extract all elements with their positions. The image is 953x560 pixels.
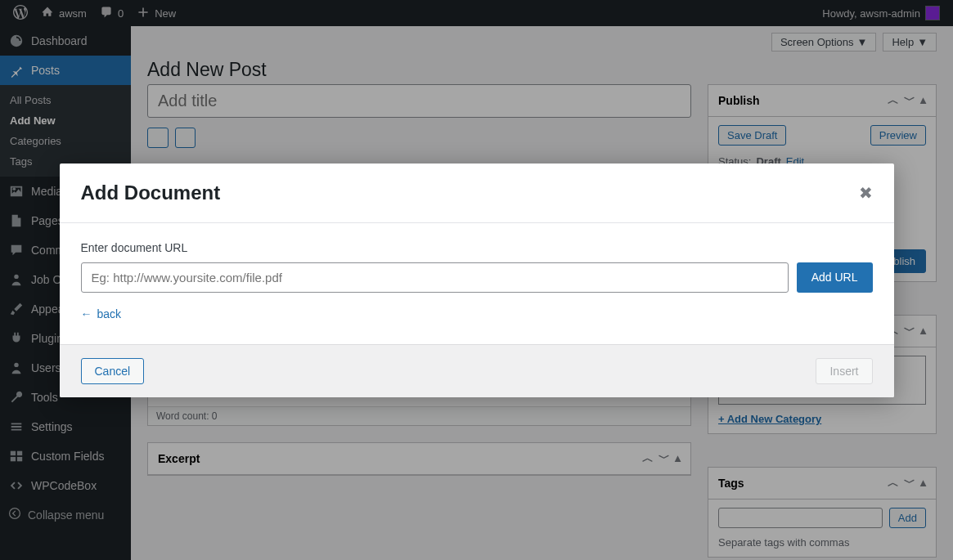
modal-title: Add Document (81, 181, 221, 204)
url-label: Enter document URL (81, 241, 873, 254)
insert-button[interactable]: Insert (816, 358, 872, 384)
close-icon[interactable]: ✖ (859, 183, 873, 203)
back-label: back (97, 307, 122, 320)
add-document-modal: Add Document ✖ Enter document URL Add UR… (60, 164, 894, 397)
document-url-input[interactable] (81, 262, 789, 293)
modal-overlay[interactable]: Add Document ✖ Enter document URL Add UR… (0, 0, 953, 560)
add-url-button[interactable]: Add URL (797, 262, 873, 293)
back-link[interactable]: ← back (81, 307, 122, 320)
arrow-left-icon: ← (81, 307, 92, 320)
cancel-button[interactable]: Cancel (81, 358, 145, 384)
